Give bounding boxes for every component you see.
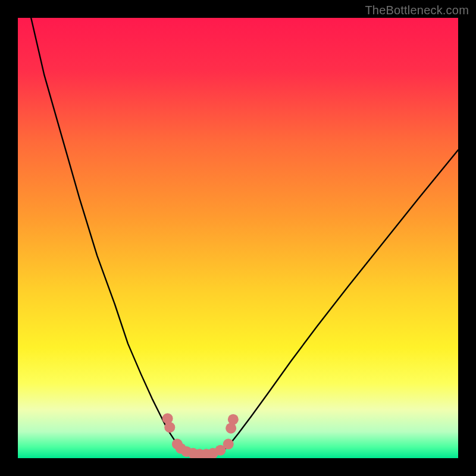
marker-dot [223, 439, 234, 449]
outer-frame: TheBottleneck.com [0, 0, 476, 476]
marker-dot [164, 422, 175, 433]
v-curve [31, 18, 458, 456]
curve-layer [18, 18, 458, 458]
watermark-text: TheBottleneck.com [365, 4, 469, 17]
marker-dot [228, 414, 239, 425]
plot-area [18, 18, 458, 458]
